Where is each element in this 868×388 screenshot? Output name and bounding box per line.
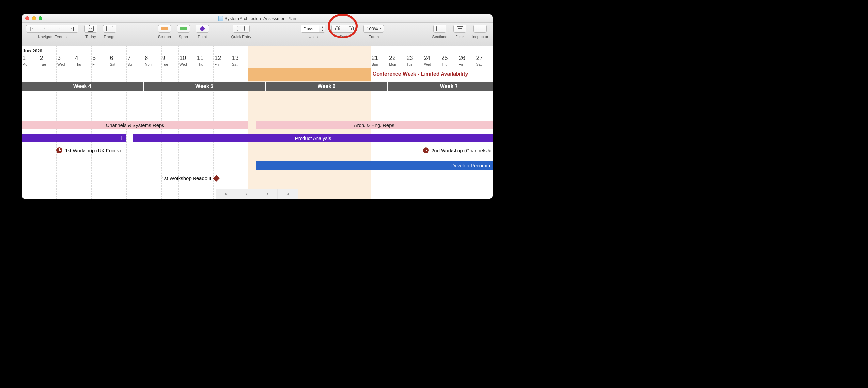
zoom-group: 100% Zoom bbox=[363, 25, 384, 39]
timeline-canvas[interactable]: Jun 2020 1 Mon 2 Tue 3 Wed 4 Thu 5 Fri 6… bbox=[22, 46, 493, 199]
span-bar[interactable]: Develop Recomm bbox=[255, 161, 493, 169]
sections-group: Sections bbox=[432, 25, 447, 39]
day-name: Tue bbox=[40, 62, 46, 66]
window-title: System Architecture Assessment Plan bbox=[218, 16, 296, 21]
pager-last-button[interactable]: » bbox=[277, 189, 298, 199]
inspector-button[interactable] bbox=[473, 25, 487, 33]
pager-first-button[interactable]: « bbox=[216, 189, 237, 199]
nav-prev-button[interactable]: ← bbox=[39, 25, 52, 33]
pager-prev-button[interactable]: ‹ bbox=[237, 189, 257, 199]
pager-next-button[interactable]: › bbox=[257, 189, 278, 199]
next-icon: → bbox=[57, 26, 61, 31]
week-header[interactable]: Week 4 bbox=[22, 82, 144, 91]
span-bar[interactable]: Arch. & Eng. Reps bbox=[255, 121, 493, 129]
window-title-text: System Architecture Assessment Plan bbox=[225, 16, 296, 21]
units-label: Units bbox=[309, 35, 317, 39]
day-header: 22 Mon bbox=[389, 55, 396, 68]
filter-group: Filter bbox=[453, 25, 466, 39]
stepper-up-icon: ▲ bbox=[319, 25, 325, 29]
day-number: 2 bbox=[40, 55, 46, 62]
quick-entry-icon bbox=[238, 26, 245, 31]
close-icon[interactable] bbox=[26, 16, 29, 20]
span-button[interactable] bbox=[177, 25, 190, 33]
day-name: Mon bbox=[23, 62, 29, 66]
day-name: Wed bbox=[424, 62, 431, 66]
day-number: 10 bbox=[180, 55, 187, 62]
day-number: 5 bbox=[92, 55, 97, 62]
week-header[interactable]: Week 6 bbox=[266, 82, 388, 91]
day-number: 9 bbox=[162, 55, 168, 62]
day-header: 13 Sat bbox=[232, 55, 239, 68]
quick-entry-button[interactable] bbox=[232, 25, 250, 33]
milestone[interactable]: 1st Workshop (UX Focus) bbox=[57, 148, 121, 153]
span-bar[interactable]: is bbox=[22, 134, 126, 142]
day-header: 11 Thu bbox=[197, 55, 204, 68]
highlight-label: Conference Week - Limited Availability bbox=[373, 71, 468, 77]
day-name: Fri bbox=[459, 62, 465, 66]
day-header: 25 Thu bbox=[441, 55, 448, 68]
span-bar[interactable]: Product Analysis bbox=[133, 134, 493, 142]
titlebar: System Architecture Assessment Plan bbox=[22, 14, 493, 23]
filter-button[interactable] bbox=[453, 25, 466, 33]
day-header: 8 Mon bbox=[145, 55, 151, 68]
today-button[interactable]: 15 bbox=[84, 25, 97, 33]
section-button[interactable] bbox=[158, 25, 171, 33]
scale-group: Scale bbox=[331, 25, 357, 39]
scale-expand-button[interactable] bbox=[344, 25, 357, 33]
week-header[interactable]: Week 5 bbox=[144, 82, 266, 91]
day-number: 21 bbox=[372, 55, 378, 62]
units-stepper[interactable]: ▲▼ bbox=[319, 25, 326, 33]
day-name: Sun bbox=[372, 62, 378, 66]
day-number: 4 bbox=[75, 55, 81, 62]
milestone[interactable]: 1st Workshop Readout bbox=[161, 175, 218, 181]
scale-fit-button[interactable] bbox=[331, 25, 344, 33]
zoom-window-icon[interactable] bbox=[38, 16, 42, 20]
day-header: 6 Sat bbox=[110, 55, 115, 68]
day-header: 21 Sun bbox=[372, 55, 378, 68]
day-number: 24 bbox=[424, 55, 431, 62]
today-label: Today bbox=[86, 35, 96, 39]
highlight-header bbox=[248, 68, 370, 80]
zoom-dropdown[interactable]: 100% bbox=[363, 25, 384, 33]
day-name: Fri bbox=[214, 62, 221, 66]
scale-fit-icon bbox=[335, 26, 341, 31]
day-name: Sat bbox=[110, 62, 115, 66]
range-group: Range bbox=[103, 25, 116, 39]
clock-icon bbox=[57, 148, 62, 153]
inspector-group: Inspector bbox=[472, 25, 488, 39]
day-name: Thu bbox=[441, 62, 448, 66]
filter-icon bbox=[457, 26, 463, 31]
last-icon: →| bbox=[69, 26, 74, 31]
day-header: 1 Mon bbox=[23, 55, 29, 68]
milestone[interactable]: 2nd Workshop (Channels & bbox=[423, 148, 491, 153]
units-field[interactable]: Days bbox=[301, 25, 319, 33]
day-name: Sat bbox=[476, 62, 483, 66]
day-name: Thu bbox=[75, 62, 81, 66]
scale-expand-icon bbox=[348, 26, 354, 31]
nav-first-button[interactable]: |← bbox=[26, 25, 39, 33]
diamond-icon bbox=[213, 175, 220, 182]
point-diamond-icon bbox=[200, 26, 205, 32]
today-group: 15 Today bbox=[84, 25, 97, 39]
week-header[interactable]: Week 7 bbox=[388, 82, 493, 91]
day-header: 7 Sun bbox=[127, 55, 134, 68]
day-header: 26 Fri bbox=[459, 55, 465, 68]
day-number: 27 bbox=[476, 55, 483, 62]
sections-button[interactable] bbox=[433, 25, 446, 33]
day-name: Wed bbox=[180, 62, 187, 66]
range-icon bbox=[106, 26, 113, 31]
minimize-icon[interactable] bbox=[32, 16, 36, 20]
toolbar: |← ← → →| Navigate Events 15 Today Range… bbox=[22, 23, 493, 46]
day-name: Mon bbox=[389, 62, 396, 66]
nav-next-button[interactable]: → bbox=[52, 25, 65, 33]
day-number: 26 bbox=[459, 55, 465, 62]
day-number: 8 bbox=[145, 55, 151, 62]
range-button[interactable] bbox=[103, 25, 116, 33]
point-group: Point bbox=[196, 25, 209, 39]
nav-last-button[interactable]: →| bbox=[65, 25, 78, 33]
inspector-label: Inspector bbox=[472, 35, 488, 39]
point-button[interactable] bbox=[196, 25, 209, 33]
day-header: 5 Fri bbox=[92, 55, 97, 68]
day-header: 2 Tue bbox=[40, 55, 46, 68]
span-bar[interactable]: Channels & Systems Reps bbox=[22, 121, 248, 129]
